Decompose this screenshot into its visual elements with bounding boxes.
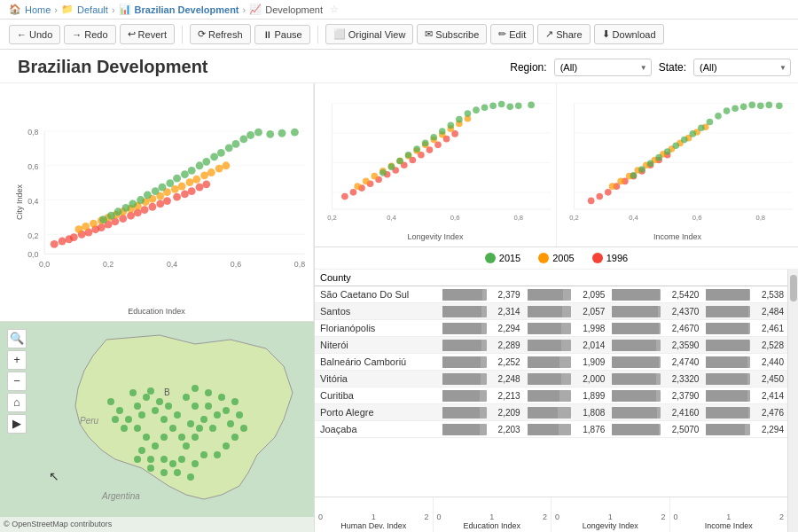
map-zoom-in-button[interactable]: + [7,350,27,370]
breadcrumb-default[interactable]: Default [77,4,108,15]
pause-button[interactable]: ⏸ Pause [254,25,310,44]
state-select-wrapper[interactable]: (All) [693,59,791,76]
svg-point-96 [178,434,185,441]
bar-cell-4: 2,450 [702,371,787,387]
svg-point-65 [144,192,152,200]
svg-point-69 [173,175,181,183]
table-row[interactable]: Joaçaba 2,203 1,876 2,5070 [315,421,787,438]
svg-point-17 [59,238,66,246]
svg-point-101 [125,416,132,423]
county-cell: Balneário Camboriú [315,354,439,371]
table-row[interactable]: Balneário Camboriú 2,252 1,909 [315,354,787,371]
svg-point-120 [231,398,239,405]
breadcrumb-project[interactable]: Brazilian Development [135,4,239,15]
map-zoom-out-button[interactable]: − [7,372,27,391]
bar-cell-3: 2,3590 [608,337,702,354]
left-panel: City Index 0,8 0,6 0,4 0,2 0,0 0 [0,83,315,532]
map-home-button[interactable]: ⌂ [7,393,27,412]
svg-point-188 [448,122,455,129]
col-header-4 [698,272,782,283]
table-row[interactable]: Vitória 2,248 2,000 2,3320 [315,371,787,387]
legend-label-2005: 2005 [552,253,574,263]
svg-text:0,8: 0,8 [27,128,38,137]
bar-cell-3: 2,4670 [608,320,702,337]
map-copyright: © OpenStreetMap contributors [4,520,112,528]
edit-button[interactable]: ✏ Edit [490,24,534,44]
download-button[interactable]: ⬇ Download [594,24,664,44]
table-row[interactable]: São Caetano Do Sul 2,379 2,095 [315,286,787,303]
svg-point-59 [99,215,107,223]
charts-table-area: City Index 0,8 0,6 0,4 0,2 0,0 0 [0,83,798,532]
table-row[interactable]: Florianópolis 2,294 1,998 2,4 [315,320,787,337]
svg-point-32 [163,197,171,205]
svg-point-192 [481,104,489,111]
subscribe-button[interactable]: ✉ Subscribe [417,24,487,44]
svg-point-68 [166,179,174,187]
svg-point-92 [160,416,168,423]
redo-button[interactable]: → Redo [64,25,115,44]
map-arrow-button[interactable]: ▶ [7,414,27,434]
state-select[interactable]: (All) [693,59,791,76]
breadcrumb-star-icon[interactable]: ☆ [330,4,339,15]
region-select-wrapper[interactable]: (All) [554,59,652,76]
svg-point-230 [630,172,638,179]
revert-button[interactable]: ↩ Revert [120,24,175,44]
breadcrumb: 🏠 Home › 📁 Default › 📊 Brazilian Develop… [0,0,798,20]
svg-point-61 [114,207,122,215]
undo-button[interactable]: ← Undo [9,25,60,44]
map-svg: Peru Argentina B [0,322,314,517]
table-row[interactable]: Curitiba 2,213 1,899 2,3790 [315,387,787,404]
map-area: 🔍 + − ⌂ ▶ [0,322,314,533]
axis-charts-row: 012 Human Dev. Index 012 Education Index [315,497,787,532]
table-row[interactable]: Niterói 2,289 2,014 2,3590 [315,337,787,354]
svg-point-189 [456,116,463,123]
table-row[interactable]: Santos 2,314 2,057 2,4370 [315,303,787,320]
pause-icon: ⏸ [262,29,272,40]
bar-cell-1: 2,289 [439,337,524,354]
legend-dot-1996 [592,253,603,263]
table-scroll[interactable]: São Caetano Do Sul 2,379 2,095 [315,286,787,497]
svg-point-54 [192,176,200,184]
svg-point-99 [143,434,150,441]
svg-point-26 [119,215,127,223]
svg-point-95 [169,425,176,432]
svg-point-119 [223,407,230,414]
svg-point-112 [214,411,221,419]
svg-point-114 [192,403,199,410]
svg-point-78 [239,135,247,143]
svg-text:0,0: 0,0 [39,260,50,269]
map-search-button[interactable]: 🔍 [7,329,27,348]
bar-cell-1: 2,209 [439,404,524,421]
refresh-button[interactable]: ⟳ Refresh [190,24,251,44]
table-row[interactable]: Porto Alegre 2,209 1,808 2,41 [315,404,787,421]
svg-point-127 [200,451,207,458]
svg-point-82 [278,129,286,137]
scrollbar[interactable] [787,270,798,532]
share-button[interactable]: ↗ Share [537,24,590,44]
bar-cell-3: 2,4370 [608,303,702,320]
original-view-button[interactable]: ⬜ Original View [325,24,414,44]
svg-point-77 [232,140,240,148]
svg-point-85 [129,389,137,396]
svg-point-126 [214,451,221,458]
edit-icon: ✏ [498,28,506,40]
svg-point-106 [183,442,190,450]
region-select[interactable]: (All) [554,59,652,76]
svg-point-36 [196,184,204,192]
scrollbar-thumb[interactable] [790,275,797,301]
state-label: State: [659,61,686,74]
svg-point-58 [222,161,230,169]
svg-point-109 [196,425,203,432]
svg-point-76 [225,144,233,152]
legend-label-2015: 2015 [499,253,520,263]
axis-numbers-hdi: 012 [318,512,429,521]
bar-cell-1: 2,294 [439,320,524,337]
svg-point-241 [724,107,731,114]
breadcrumb-home[interactable]: Home [25,4,51,15]
svg-point-185 [422,140,429,147]
bar-cell-1: 2,248 [439,371,524,387]
svg-point-56 [207,168,215,176]
svg-point-166 [354,183,361,190]
axis-cell-inc: 012 Income Index [670,497,788,532]
svg-point-74 [210,153,218,160]
